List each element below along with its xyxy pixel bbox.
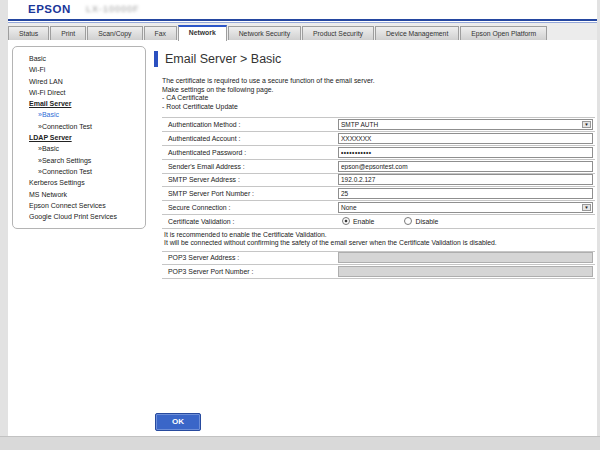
email-server-form: Authentication Method : SMTP AUTH ▼ Auth… xyxy=(162,117,595,279)
header-divider xyxy=(8,19,597,21)
intro-text: The certificate is required to use a sec… xyxy=(162,77,595,111)
sidebar-item-basic[interactable]: Basic xyxy=(13,53,145,64)
smtp-server-address-input[interactable] xyxy=(338,174,593,185)
page-title-row: Email Server > Basic xyxy=(154,50,595,68)
note-line: It is recommended to enable the Certific… xyxy=(164,231,595,239)
tab-epson-open-platform[interactable]: Epson Open Platform xyxy=(460,26,547,40)
tab-scan-copy[interactable]: Scan/Copy xyxy=(87,26,142,40)
intro-line: Make settings on the following page. xyxy=(162,86,595,95)
tab-print[interactable]: Print xyxy=(50,26,86,40)
sidebar-item-epson-connect-services[interactable]: Epson Connect Services xyxy=(13,200,145,211)
row-authenticated-account: Authenticated Account : xyxy=(162,132,595,146)
sidebar-item-ldap-connection-test[interactable]: »Connection Test xyxy=(13,166,145,177)
row-pop3-server-port: POP3 Server Port Number : xyxy=(162,265,595,279)
row-pop3-server-address: POP3 Server Address : xyxy=(162,252,595,266)
network-sidebar: Basic Wi-Fi Wired LAN Wi-Fi Direct Email… xyxy=(12,46,146,229)
smtp-server-port-input[interactable] xyxy=(338,188,593,199)
tab-device-management[interactable]: Device Management xyxy=(375,26,459,40)
note-line: It will be connected without confirming … xyxy=(164,239,595,247)
main-area: Basic Wi-Fi Wired LAN Wi-Fi Direct Email… xyxy=(8,40,597,437)
smtp-server-address-label: SMTP Server Address : xyxy=(162,176,338,183)
certificate-validation-label: Certificate Validation : xyxy=(162,218,338,225)
radio-selected-icon[interactable] xyxy=(342,217,350,225)
row-authenticated-password: Authenticated Password : xyxy=(162,146,595,160)
authentication-method-value: SMTP AUTH xyxy=(341,121,378,128)
smtp-server-port-label: SMTP Server Port Number : xyxy=(162,190,338,197)
sender-email-label: Sender's Email Address : xyxy=(162,163,338,170)
authenticated-account-input[interactable] xyxy=(338,133,593,144)
secure-connection-value: None xyxy=(341,204,357,211)
certificate-validation-note: It is recommended to enable the Certific… xyxy=(162,229,595,252)
row-authentication-method: Authentication Method : SMTP AUTH ▼ xyxy=(162,118,595,132)
sidebar-section-ldap-server[interactable]: LDAP Server xyxy=(13,132,145,143)
ok-button[interactable]: OK xyxy=(155,413,201,431)
web-config-page: EPSON LX-10000F Status Print Scan/Copy F… xyxy=(0,0,600,450)
authenticated-password-label: Authenticated Password : xyxy=(162,149,338,156)
authentication-method-select[interactable]: SMTP AUTH ▼ xyxy=(338,119,593,130)
epson-logo: EPSON xyxy=(28,3,71,15)
intro-line: - Root Certificate Update xyxy=(162,103,595,112)
enable-label: Enable xyxy=(353,218,374,225)
pop3-server-port-input xyxy=(338,266,593,277)
printer-model-redacted: LX-10000F xyxy=(86,4,140,14)
sidebar-section-email-server[interactable]: Email Server xyxy=(13,98,145,109)
pop3-server-port-label: POP3 Server Port Number : xyxy=(162,268,338,275)
row-certificate-validation: Certificate Validation : Enable Disable xyxy=(162,215,595,229)
radio-unselected-icon[interactable] xyxy=(404,217,412,225)
sidebar-item-google-cloud-print-services[interactable]: Google Cloud Print Services xyxy=(13,211,145,222)
intro-line: - CA Certificate xyxy=(162,94,595,103)
authenticated-account-label: Authenticated Account : xyxy=(162,135,338,142)
header: EPSON LX-10000F xyxy=(8,0,597,19)
email-server-basic-panel: Email Server > Basic The certificate is … xyxy=(154,50,595,279)
pop3-server-address-input xyxy=(338,252,593,263)
bottom-status-strip xyxy=(0,436,600,450)
tab-network[interactable]: Network xyxy=(178,25,227,41)
disable-label: Disable xyxy=(415,218,438,225)
row-sender-email: Sender's Email Address : xyxy=(162,160,595,174)
tab-network-security[interactable]: Network Security xyxy=(228,26,301,40)
intro-line: The certificate is required to use a sec… xyxy=(162,77,595,86)
sidebar-item-email-server-connection-test[interactable]: »Connection Test xyxy=(13,121,145,132)
tab-product-security[interactable]: Product Security xyxy=(302,26,374,40)
pop3-server-address-label: POP3 Server Address : xyxy=(162,254,338,261)
dropdown-arrow-icon[interactable]: ▼ xyxy=(582,121,591,128)
title-accent-bar xyxy=(154,51,158,67)
certificate-validation-disable-option[interactable]: Disable xyxy=(404,217,438,225)
browser-content: EPSON LX-10000F Status Print Scan/Copy F… xyxy=(8,0,597,437)
tab-status[interactable]: Status xyxy=(8,26,49,40)
row-smtp-server-address: SMTP Server Address : xyxy=(162,174,595,188)
sidebar-item-wifi[interactable]: Wi-Fi xyxy=(13,64,145,75)
secure-connection-select[interactable]: None ▼ xyxy=(338,202,593,213)
authentication-method-label: Authentication Method : xyxy=(162,121,338,128)
page-title: Email Server > Basic xyxy=(165,52,281,66)
sender-email-input[interactable] xyxy=(338,161,593,172)
secure-connection-label: Secure Connection : xyxy=(162,204,338,211)
certificate-validation-enable-option[interactable]: Enable xyxy=(342,217,374,225)
row-secure-connection: Secure Connection : None ▼ xyxy=(162,201,595,215)
authenticated-password-input[interactable] xyxy=(338,147,593,158)
row-smtp-server-port: SMTP Server Port Number : xyxy=(162,187,595,201)
top-tab-bar: Status Print Scan/Copy Fax Network Netwo… xyxy=(8,23,597,41)
sidebar-item-ldap-search-settings[interactable]: »Search Settings xyxy=(13,155,145,166)
sidebar-item-ms-network[interactable]: MS Network xyxy=(13,189,145,200)
dropdown-arrow-icon[interactable]: ▼ xyxy=(582,204,591,211)
sidebar-item-wired-lan[interactable]: Wired LAN xyxy=(13,76,145,87)
sidebar-item-wifi-direct[interactable]: Wi-Fi Direct xyxy=(13,87,145,98)
tab-fax[interactable]: Fax xyxy=(144,26,177,40)
sidebar-item-ldap-basic[interactable]: »Basic xyxy=(13,143,145,154)
sidebar-item-email-server-basic[interactable]: »Basic xyxy=(13,109,145,120)
sidebar-item-kerberos-settings[interactable]: Kerberos Settings xyxy=(13,177,145,188)
certificate-validation-radio-group: Enable Disable xyxy=(338,217,438,225)
